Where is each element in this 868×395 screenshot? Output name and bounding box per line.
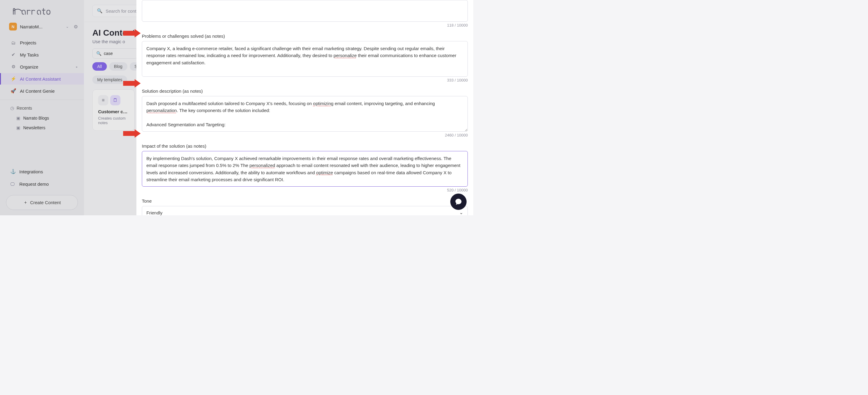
spell-error: optimize <box>316 170 333 175</box>
counter: 520 / 10000 <box>142 188 468 192</box>
counter: 2460 / 10000 <box>142 133 468 138</box>
briefcase-icon: 🗂 <box>10 40 16 45</box>
folder-icon: ▣ <box>16 125 20 130</box>
sliders-icon: ⚙ <box>10 64 16 69</box>
recents-label: Recents <box>17 106 32 111</box>
spell-error: personalized <box>250 163 275 168</box>
rocket-icon: 🚀 <box>10 88 16 94</box>
workspace-switcher[interactable]: N NarratoM... ⌄ ⚙ <box>9 23 78 30</box>
recents-item[interactable]: ▣ Newsletters <box>0 123 84 132</box>
nav-label: Organize <box>20 64 38 69</box>
workspace-badge: N <box>9 23 17 30</box>
chevron-down-icon: ⌄ <box>66 25 69 29</box>
chip-my-templates[interactable]: My templates <box>92 75 127 84</box>
list-view-icon[interactable]: ≡ <box>98 95 108 105</box>
request-demo-link[interactable]: 🖵 Request demo <box>6 179 78 190</box>
divider <box>0 100 84 100</box>
integrations-link[interactable]: ⚓ Integrations <box>6 166 78 177</box>
impact-label: Impact of the solution (as notes) <box>142 144 468 149</box>
search-placeholder: Search for cont <box>105 8 136 13</box>
chat-fab[interactable] <box>450 193 467 210</box>
foot-link-label: Request demo <box>19 182 49 187</box>
chevron-right-icon: ▸ <box>76 65 78 69</box>
recents-item-label: Narrato Blogs <box>23 116 49 121</box>
card-title: Customer case <box>98 109 129 114</box>
problems-label: Problems or challenges solved (as notes) <box>142 33 468 39</box>
tone-select[interactable]: Friendly ⌄ <box>142 206 468 215</box>
spell-error: optimizing <box>313 101 334 106</box>
logo <box>12 5 78 18</box>
plus-icon: ＋ <box>23 200 28 205</box>
foot-link-label: Integrations <box>19 169 43 174</box>
recents-item[interactable]: ▣ Narrato Blogs <box>0 113 84 123</box>
nav-my-tasks[interactable]: ✔ My Tasks <box>0 49 84 60</box>
counter: 333 / 10000 <box>142 78 468 83</box>
solution-label: Solution description (as notes) <box>142 89 468 94</box>
create-button-label: Create Content <box>30 200 61 205</box>
solution-textarea[interactable]: Dash proposed a multifaceted solution ta… <box>142 96 468 132</box>
chat-icon <box>455 198 462 205</box>
recents-item-label: Newsletters <box>23 125 45 130</box>
nav-label: Projects <box>20 40 36 45</box>
template-card[interactable]: ≡ 🗒 Customer case Creates custom notes <box>92 89 134 131</box>
sidebar: N NarratoM... ⌄ ⚙ 🗂 Projects ✔ My Tasks … <box>0 0 84 215</box>
nav-ai-genie[interactable]: 🚀 AI Content Genie <box>0 85 84 97</box>
chip-blog[interactable]: Blog <box>109 62 127 71</box>
counter: 118 / 10000 <box>142 23 468 28</box>
monitor-icon: 🖵 <box>10 182 16 187</box>
create-content-button[interactable]: ＋ Create Content <box>6 195 78 210</box>
tone-value: Friendly <box>146 210 162 215</box>
nav-label: My Tasks <box>20 52 39 57</box>
spell-error: personalization <box>146 108 177 113</box>
recents-header: ◷ Recents <box>0 103 84 113</box>
nav-ai-assistant[interactable]: ⚡ AI Content Assistant <box>0 73 84 85</box>
nav-label: AI Content Genie <box>20 89 55 94</box>
gear-icon[interactable]: ⚙ <box>74 24 78 30</box>
note-view-icon[interactable]: 🗒 <box>110 95 120 105</box>
nav-label: AI Content Assistant <box>20 77 61 82</box>
search-icon: 🔍 <box>96 51 101 56</box>
problems-textarea[interactable]: Company X, a leading e-commerce retailer… <box>142 41 468 77</box>
nav-organize[interactable]: ⚙ Organize ▸ <box>0 61 84 72</box>
clock-icon: ◷ <box>10 105 14 111</box>
nav-projects[interactable]: 🗂 Projects <box>0 37 84 48</box>
tone-label: Tone <box>142 199 468 204</box>
nav: 🗂 Projects ✔ My Tasks ⚙ Organize ▸ ⚡ AI … <box>0 37 84 97</box>
modal-panel: 118 / 10000 Problems or challenges solve… <box>136 0 473 215</box>
card-desc: Creates custom <box>98 116 129 121</box>
impact-textarea[interactable]: By implementing Dash's solution, Company… <box>142 151 468 187</box>
anchor-icon: ⚓ <box>10 169 16 174</box>
top-textarea[interactable] <box>142 0 468 22</box>
filter-search-value: case <box>104 51 113 56</box>
bolt-icon: ⚡ <box>10 76 16 82</box>
filter-search-input[interactable]: 🔍 case <box>92 48 137 59</box>
workspace-name: NarratoM... <box>20 24 63 29</box>
folder-icon: ▣ <box>16 116 20 121</box>
chevron-down-icon: ⌄ <box>459 210 463 215</box>
chip-all[interactable]: All <box>92 62 107 71</box>
spell-error: personalize <box>334 53 357 58</box>
check-icon: ✔ <box>10 52 16 57</box>
search-icon: 🔍 <box>97 8 103 13</box>
card-desc-2: notes <box>98 121 129 125</box>
